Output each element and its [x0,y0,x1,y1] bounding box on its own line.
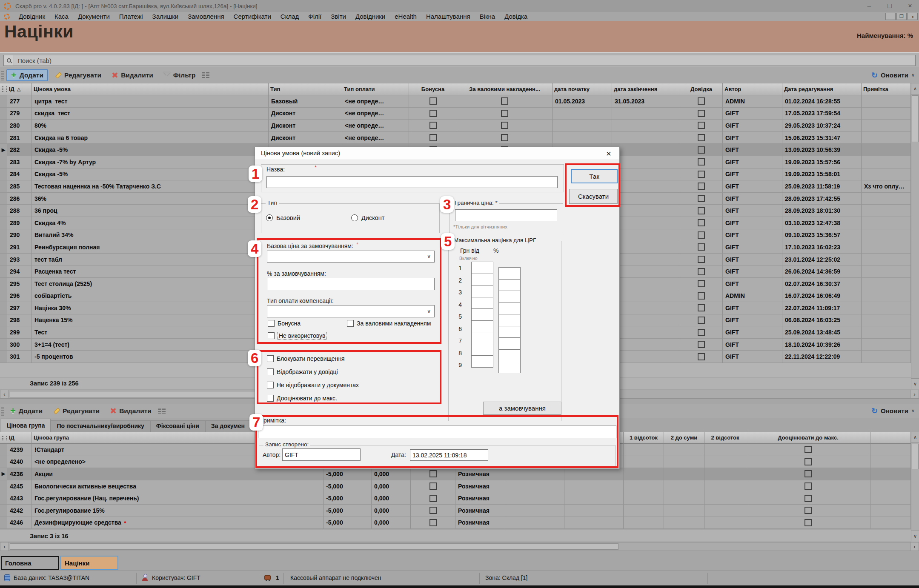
tab-golovna[interactable]: Головна [1,556,59,570]
checkbox[interactable] [698,231,705,239]
filter-button[interactable]: Фільтр [160,70,200,80]
note-field[interactable] [258,425,616,438]
crg-money-field[interactable] [471,297,493,309]
column-header[interactable]: 2 до суми [664,432,704,444]
table-row[interactable]: 279скидка_тестДисконт<не опреде…GIFT17.0… [0,108,911,120]
cancel-button[interactable]: Скасувати [569,189,618,204]
crg-percent-field[interactable] [498,279,521,291]
refresh-button[interactable]: ↻ Оновити ∨ [871,406,915,416]
table-row[interactable]: 28080%Дисконт<не опреде…GIFT29.05.2023 1… [0,120,911,132]
checkbox[interactable] [698,183,705,190]
column-header[interactable]: дата початку [553,83,612,95]
checkbox[interactable] [429,495,437,502]
crg-percent-field[interactable] [498,267,521,280]
menu-item[interactable]: Замовлення [183,13,229,20]
scroll-up-icon[interactable]: ∧ [911,83,919,94]
crg-money-field[interactable] [471,285,493,297]
checkbox[interactable] [429,122,437,129]
crg-money-field[interactable] [471,262,493,274]
scroll-left-icon[interactable]: ‹ [0,390,9,398]
menu-item[interactable]: Філії [303,13,326,20]
delete-button[interactable]: Видалити [106,406,155,416]
name-field[interactable] [266,176,558,188]
checkbox[interactable] [804,507,812,514]
column-header[interactable]: 1 відсоток [624,432,664,444]
close-button[interactable]: × [905,2,915,10]
column-header[interactable]: Довідка [680,83,723,95]
search-icon-button[interactable] [4,55,14,66]
scroll-down-icon[interactable]: ∨ [911,531,919,542]
checkbox[interactable] [698,341,705,348]
checkbox[interactable] [698,207,705,214]
scrollbar-thumb[interactable] [912,95,919,142]
table-row[interactable]: 4243Гос.регулирование (Нац. перечень)-5,… [0,492,911,505]
crg-percent-field[interactable] [498,349,521,362]
checkbox[interactable] [698,353,705,360]
table-row[interactable]: 277цитра_тестБазовый<не опреде…01.05.202… [0,95,911,108]
checkbox[interactable] [429,110,437,117]
scroll-left-icon[interactable]: ‹ [0,542,9,551]
mdi-close-button[interactable]: x [908,13,918,20]
revalue-to-max-checkbox[interactable]: Дооцінювати до макс. [267,395,359,402]
menu-item[interactable]: Вікна [475,13,500,20]
scroll-right-icon[interactable]: › [910,542,919,551]
crg-percent-field[interactable] [498,337,521,350]
horizontal-scrollbar[interactable]: ‹ › [0,542,919,551]
base-price-select[interactable]: ∨ [267,251,435,263]
tab-nacinki[interactable]: Націнки [60,556,118,570]
column-header[interactable]: Тип оплати [342,83,409,95]
tab-1[interactable]: Цінова група [1,419,51,432]
menu-item[interactable]: Звіти [326,13,351,20]
block-exceed-checkbox[interactable]: Блокувати перевищення [267,355,359,362]
column-header[interactable]: Примітка [862,83,911,95]
crg-percent-field[interactable] [498,291,521,303]
checkbox[interactable] [698,195,705,202]
vertical-scrollbar[interactable]: ∧ ∨ [911,83,919,389]
checkbox[interactable] [804,470,812,477]
radio-bazovyi[interactable]: Базовий [266,214,300,221]
checkbox[interactable] [501,110,508,117]
column-header[interactable]: 2 відсоток [704,432,746,444]
crg-money-field[interactable] [471,274,493,286]
add-button[interactable]: + Додати [6,406,46,416]
crg-money-field[interactable] [471,308,493,321]
checkbox[interactable] [804,495,812,502]
menu-item[interactable]: Склад [276,13,303,20]
scroll-up-icon[interactable]: ∧ [911,432,919,443]
edit-button[interactable]: Редагувати [51,70,105,80]
column-header[interactable]: Автор [723,83,782,95]
dialog-titlebar[interactable]: Цінова умова (новий запис) × [255,147,619,160]
not-used-checkbox[interactable]: Не використовув [268,332,326,340]
show-in-reference-checkbox[interactable]: Відображати у довідці [267,368,359,375]
menu-item[interactable]: eHealth [390,13,421,20]
checkbox[interactable] [804,458,812,465]
toolbar-grip[interactable] [1,406,4,416]
ok-button[interactable]: Так [571,169,618,183]
column-header[interactable]: За валовими накладенн... [457,83,553,95]
menu-item[interactable]: Довідка [500,13,532,20]
checkbox[interactable] [501,134,508,141]
search-input[interactable]: Поиск (Tab) [3,55,916,66]
tab-3[interactable]: Фіксовані ціни [150,420,205,432]
checkbox[interactable] [429,519,437,526]
checkbox[interactable] [501,97,508,105]
table-row[interactable]: 4242Гос.регулирование 15%-5,0000,000Розн… [0,505,911,517]
checkbox[interactable] [804,446,812,453]
checkbox[interactable] [698,304,705,311]
column-header[interactable]: ІД [7,432,32,444]
table-row[interactable]: 281Скидка на 6 товарДисконт<не опреде…GI… [0,132,911,144]
minimize-button[interactable]: – [865,2,874,10]
crg-money-field[interactable] [471,332,493,344]
gross-invoices-checkbox[interactable]: За валовими накладенням [347,320,441,327]
checkbox[interactable] [698,97,705,105]
bonus-checkbox[interactable]: Бонусна [268,320,301,327]
column-header[interactable]: Тип [269,83,342,95]
column-header[interactable] [870,432,911,444]
menu-item[interactable]: Документи [73,13,115,20]
menu-item[interactable]: Каса [50,13,73,20]
crg-percent-field[interactable] [498,303,521,315]
column-header[interactable]: Дооцінювати до макс. [746,432,870,444]
column-header[interactable]: дата закінчення [612,83,680,95]
table-row[interactable]: ▶4236Акции-5,0000,000Розничная [0,468,911,480]
menu-item[interactable]: Сертифікати [229,13,276,20]
